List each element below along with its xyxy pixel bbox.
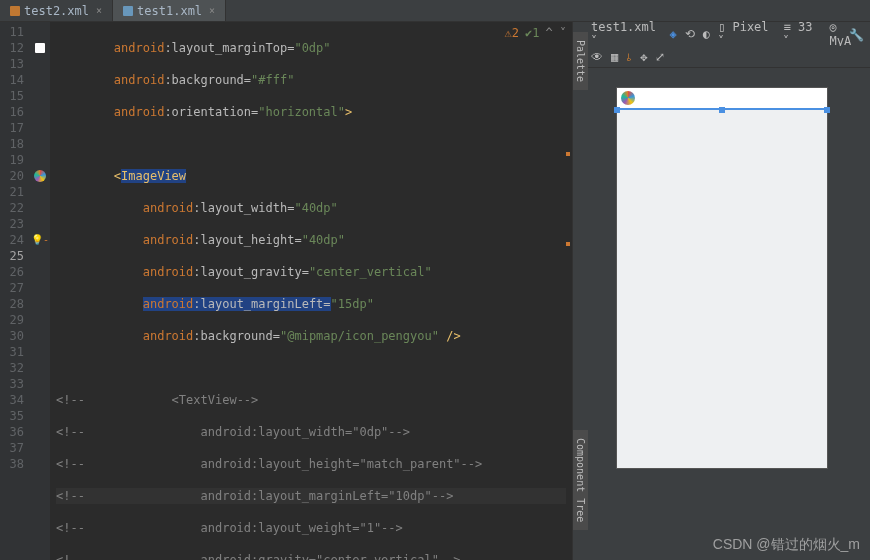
device-dropdown[interactable]: ▯ Pixel ˅ xyxy=(718,20,775,48)
design-panel: Palette Component Tree test1.xml ˅ ◈ ⟲ ◐… xyxy=(573,22,870,560)
design-toolbar: test1.xml ˅ ◈ ⟲ ◐ ▯ Pixel ˅ ≡ 33 ˅ ◎ MyA xyxy=(573,22,870,46)
scroll-marker[interactable] xyxy=(566,152,570,156)
pan-icon[interactable]: ✥ xyxy=(640,50,647,64)
wrench-icon[interactable]: 🔧 xyxy=(849,28,864,42)
color-icon[interactable] xyxy=(35,43,45,53)
preview-area[interactable]: 🔧 xyxy=(573,68,870,560)
tab-bar: test2.xml× test1.xml× xyxy=(0,0,870,22)
eye-icon[interactable]: 👁 xyxy=(591,50,603,64)
palette-tab[interactable]: Palette xyxy=(573,32,588,90)
gutter-icons: 💡- xyxy=(30,22,50,560)
close-icon[interactable]: × xyxy=(209,5,215,16)
blueprint-icon[interactable]: ▦ xyxy=(611,50,618,64)
orientation-icon[interactable]: ⟲ xyxy=(685,27,695,41)
code-area[interactable]: android:layout_marginTop="0dp" android:b… xyxy=(50,22,572,560)
selection-handle[interactable] xyxy=(614,107,620,113)
close-icon[interactable]: × xyxy=(96,5,102,16)
magnet-icon[interactable]: ⫰ xyxy=(626,50,632,64)
selection-handle[interactable] xyxy=(719,107,725,113)
scroll-marker[interactable] xyxy=(566,242,570,246)
theme-icon[interactable]: ◈ xyxy=(670,27,677,41)
device-preview[interactable] xyxy=(617,88,827,468)
mipmap-preview-icon xyxy=(621,91,635,105)
code-editor[interactable]: 1112131415161718192021222324252627282930… xyxy=(0,22,573,560)
file-label[interactable]: test1.xml ˅ xyxy=(591,20,662,48)
line-gutter: 1112131415161718192021222324252627282930… xyxy=(0,22,30,560)
api-dropdown[interactable]: ≡ 33 ˅ xyxy=(783,20,821,48)
design-toolbar-2: 👁 ▦ ⫰ ✥ ⤢ xyxy=(573,46,870,68)
component-tree-tab[interactable]: Component Tree xyxy=(573,430,588,530)
night-icon[interactable]: ◐ xyxy=(703,27,710,41)
tab-test1[interactable]: test1.xml× xyxy=(113,0,226,21)
tab-test2[interactable]: test2.xml× xyxy=(0,0,113,21)
mipmap-icon[interactable] xyxy=(34,170,46,182)
bulb-icon[interactable]: 💡- xyxy=(30,232,50,248)
selection-handle[interactable] xyxy=(824,107,830,113)
editor-status: ⚠2 ✔1 ^ ˅ xyxy=(505,26,566,40)
expand-icon[interactable]: ⤢ xyxy=(655,50,665,64)
watermark: CSDN @错过的烟火_m xyxy=(713,536,860,554)
